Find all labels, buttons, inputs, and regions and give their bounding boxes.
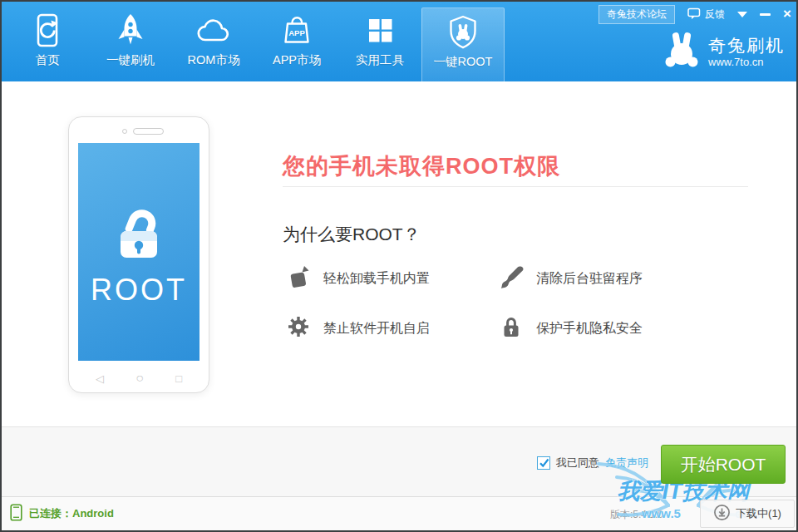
android-recent-icon: □ bbox=[175, 372, 182, 385]
shield-bunny-icon bbox=[444, 13, 482, 52]
agree-checkbox[interactable] bbox=[537, 456, 550, 470]
feature-clean: 清除后台驻留程序 bbox=[499, 264, 643, 293]
agree-row: 我已同意 免责声明 bbox=[537, 427, 648, 498]
logo-title: 奇兔刷机 bbox=[708, 36, 785, 56]
download-manager-button[interactable]: 下载中(1) bbox=[700, 500, 795, 528]
phone-screen-text: ROOT bbox=[91, 273, 187, 308]
tab-tools[interactable]: 实用工具 bbox=[338, 2, 421, 81]
tab-app-market[interactable]: APP APP市场 bbox=[255, 2, 338, 81]
tab-label: 一键ROOT bbox=[434, 54, 493, 70]
uninstall-icon bbox=[286, 264, 311, 293]
disclaimer-link[interactable]: 免责声明 bbox=[605, 456, 648, 470]
app-bag-icon: APP bbox=[278, 12, 316, 50]
tab-one-key-flash[interactable]: 一键刷机 bbox=[89, 2, 172, 81]
phone-illustration: ROOT ◁ ○ □ bbox=[68, 116, 209, 393]
rocket-icon bbox=[111, 12, 150, 50]
phone-screen: ROOT bbox=[78, 143, 200, 361]
feedback-label: 反馈 bbox=[705, 7, 725, 22]
unlocked-padlock-icon bbox=[103, 196, 175, 263]
feature-privacy: 保护手机隐私安全 bbox=[499, 314, 643, 342]
phone-nav-buttons: ◁ ○ □ bbox=[69, 371, 209, 386]
phone-connected-icon bbox=[10, 504, 22, 524]
tab-label: APP市场 bbox=[273, 52, 321, 68]
phone-camera-dot bbox=[122, 129, 127, 134]
feedback-button[interactable]: 反馈 bbox=[687, 7, 725, 22]
logo-url: www.7to.cn bbox=[708, 56, 785, 68]
why-root-heading: 为什么要ROOT？ bbox=[283, 223, 421, 246]
minimize-button[interactable] bbox=[760, 13, 771, 16]
gear-icon bbox=[286, 314, 311, 342]
divider bbox=[283, 186, 748, 187]
agree-label: 我已同意 bbox=[556, 456, 599, 470]
android-back-icon: ◁ bbox=[96, 372, 104, 385]
download-icon bbox=[713, 504, 731, 524]
home-refresh-icon bbox=[28, 12, 66, 50]
forum-button[interactable]: 奇兔技术论坛 bbox=[598, 5, 675, 24]
tools-grid-icon bbox=[361, 12, 399, 50]
svg-text:APP: APP bbox=[288, 28, 305, 37]
feature-uninstall: 轻松卸载手机内置 bbox=[286, 264, 499, 293]
android-home-icon: ○ bbox=[135, 371, 144, 386]
tab-label: ROM市场 bbox=[188, 52, 240, 68]
phone-speaker bbox=[133, 128, 164, 135]
feature-list: 轻松卸载手机内置 清除后台驻留程序 禁止软件开机自启 bbox=[286, 264, 643, 342]
feature-label: 清除后台驻留程序 bbox=[536, 270, 643, 288]
download-label: 下载中(1) bbox=[736, 506, 781, 521]
connection-status: 已连接：Android bbox=[10, 497, 114, 530]
page-title: 您的手机未取得ROOT权限 bbox=[283, 151, 560, 181]
tab-label: 一键刷机 bbox=[106, 52, 155, 68]
feature-label: 轻松卸载手机内置 bbox=[323, 270, 430, 288]
dropdown-caret-icon[interactable] bbox=[737, 12, 747, 17]
version-label: 版本:5.4.1.0 bbox=[610, 508, 663, 522]
bunny-logo-icon bbox=[663, 32, 701, 71]
tab-home[interactable]: 首页 bbox=[6, 2, 89, 81]
start-root-button[interactable]: 开始ROOT bbox=[661, 445, 786, 484]
app-window: 首页 一键刷机 bbox=[0, 0, 798, 532]
brush-icon bbox=[499, 264, 524, 293]
feature-label: 保护手机隐私安全 bbox=[536, 320, 643, 337]
close-button[interactable]: × bbox=[783, 8, 791, 20]
cloud-icon bbox=[195, 12, 233, 50]
tab-label: 实用工具 bbox=[356, 52, 404, 68]
status-bar: 已连接：Android 版本:5.4.1.0 下载中(1) bbox=[2, 496, 796, 530]
main-nav: 首页 一键刷机 bbox=[6, 2, 505, 81]
feature-autostart: 禁止软件开机自启 bbox=[286, 314, 499, 342]
app-logo: 奇兔刷机 www.7to.cn bbox=[663, 32, 785, 71]
tab-rom-market[interactable]: ROM市场 bbox=[172, 2, 255, 81]
connection-label: 已连接：Android bbox=[29, 506, 114, 521]
header: 首页 一键刷机 bbox=[2, 2, 796, 81]
action-bar: 我已同意 免责声明 开始ROOT bbox=[2, 426, 796, 498]
tab-label: 首页 bbox=[36, 52, 60, 68]
window-controls: 奇兔技术论坛 反馈 × bbox=[598, 5, 791, 23]
speech-bubble-icon bbox=[687, 7, 701, 22]
tab-one-key-root[interactable]: 一键ROOT bbox=[421, 7, 505, 81]
feature-label: 禁止软件开机自启 bbox=[323, 320, 430, 337]
lock-icon bbox=[499, 314, 524, 342]
